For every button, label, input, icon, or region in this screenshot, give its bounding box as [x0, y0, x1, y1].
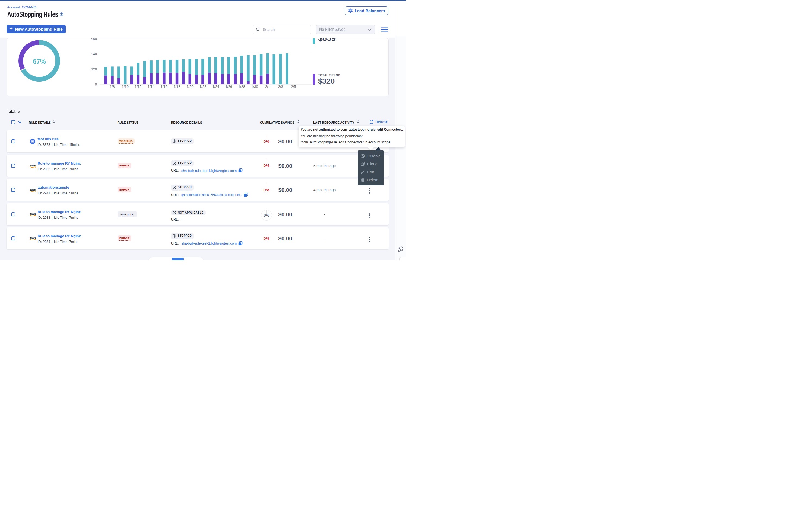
svg-text:1/28: 1/28	[238, 85, 245, 89]
svg-text:$40: $40	[91, 52, 97, 56]
svg-text:2/1: 2/1	[265, 85, 270, 89]
svg-text:1/22: 1/22	[199, 85, 206, 89]
svg-text:$60: $60	[91, 39, 97, 41]
svg-text:1/10: 1/10	[122, 85, 129, 89]
svg-text:1/14: 1/14	[148, 85, 154, 89]
svg-text:0: 0	[95, 83, 97, 87]
svg-text:1/12: 1/12	[135, 85, 142, 89]
svg-text:1/18: 1/18	[173, 85, 180, 89]
svg-text:2/5: 2/5	[291, 85, 296, 89]
svg-text:1/24: 1/24	[213, 85, 219, 89]
svg-text:2/3: 2/3	[278, 85, 283, 89]
svg-text:1/26: 1/26	[225, 85, 232, 89]
svg-text:1/20: 1/20	[187, 85, 193, 89]
svg-text:$20: $20	[91, 67, 97, 71]
svg-text:1/16: 1/16	[161, 85, 168, 89]
svg-text:1/30: 1/30	[251, 85, 258, 89]
svg-text:1/8: 1/8	[110, 85, 115, 89]
